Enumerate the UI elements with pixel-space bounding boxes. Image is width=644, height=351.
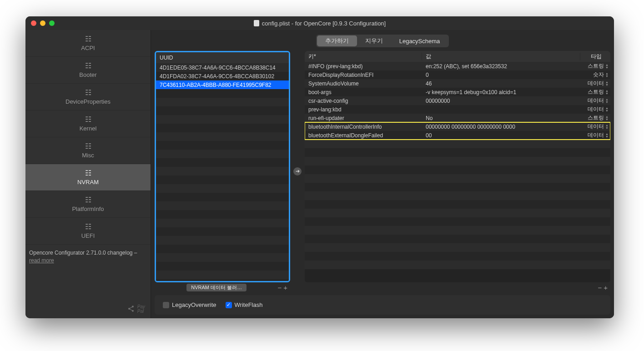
sidebar-item-booter[interactable]: ☷Booter [25,57,151,84]
uuid-table-header: UUID [156,52,289,63]
kv-type-cell[interactable]: 데이터▲▼ [580,80,610,87]
table-row[interactable]: boot-args-v keepsyms=1 debug=0x100 alcid… [305,88,610,96]
changelog-link[interactable]: read more [29,257,54,264]
sidebar-item-misc[interactable]: ☷Misc [25,137,151,164]
table-row[interactable] [305,226,610,235]
kv-key-header[interactable]: 키* [305,53,422,60]
table-row[interactable] [156,201,289,210]
kv-type-header[interactable]: 타입 [580,53,610,60]
table-row[interactable] [305,200,610,209]
kv-remove-button[interactable]: − [597,284,603,291]
table-row[interactable]: SystemAudioVolume46데이터▲▼ [305,79,610,88]
window-close-button[interactable] [31,20,36,26]
kv-key-cell: prev-lang:kbd [305,106,422,113]
sidebar-item-deviceproperties[interactable]: ☷DeviceProperties [25,84,151,110]
table-row[interactable] [156,262,289,271]
window-maximize-button[interactable] [49,20,55,26]
kv-type-cell[interactable]: 숫자▲▼ [580,71,610,79]
table-row[interactable]: bluetoothInternalControllerInfo00000000 … [305,122,610,131]
kv-type-cell[interactable]: 데이터▲▼ [580,123,610,130]
table-row[interactable] [156,236,289,245]
table-row[interactable] [156,158,289,167]
sidebar-item-kernel[interactable]: ☷Kernel [25,110,151,137]
table-row[interactable] [156,184,289,193]
table-row[interactable] [305,174,610,183]
sidebar-item-label: Booter [79,71,96,78]
table-row[interactable] [156,132,289,141]
table-row[interactable]: prev-lang:kbd데이터▲▼ [305,105,610,114]
table-row[interactable]: bluetoothExternalDongleFailed00데이터▲▼ [305,131,610,140]
table-row[interactable] [156,279,289,281]
table-row[interactable] [156,106,289,115]
kv-type-cell[interactable]: 데이터▲▼ [580,105,610,113]
sidebar-item-label: DeviceProperties [65,98,111,105]
table-row[interactable] [156,124,289,132]
kv-type-cell[interactable]: 데이터▲▼ [580,131,610,139]
kv-value-header[interactable]: 값 [422,53,580,60]
kv-type-cell[interactable]: 데이터▲▼ [580,97,610,105]
table-row[interactable] [305,140,610,148]
table-row[interactable] [305,148,610,157]
arrow-right-icon[interactable]: ➔ [293,167,302,176]
table-row[interactable] [305,183,610,191]
table-row[interactable] [156,141,289,150]
app-window: config.plist - for OpenCore [0.9.3 Confi… [25,16,614,318]
table-row[interactable] [305,165,610,174]
table-row[interactable]: 4D1FDA02-38C7-4A6A-9CC6-4BCCA8B30102 [156,72,289,80]
table-row[interactable] [156,227,289,236]
uuid-add-button[interactable]: + [282,284,288,291]
tab-LegacySchema[interactable]: LegacySchema [391,35,448,46]
sidebar-item-platforminfo[interactable]: ☷PlatformInfo [25,191,151,218]
table-row[interactable]: 7C436110-AB2A-4BBB-A880-FE41995C9F82 [156,80,289,89]
table-row[interactable]: csr-active-config00000000데이터▲▼ [305,96,610,105]
table-row[interactable]: run-efi-updaterNo스트링▲▼ [305,114,610,122]
table-row[interactable] [305,157,610,165]
write-flash-checkbox[interactable]: ✓ WriteFlash [226,301,263,308]
tab-지우기[interactable]: 지우기 [357,35,391,46]
table-row[interactable] [156,210,289,219]
table-row[interactable] [156,167,289,176]
table-row[interactable] [156,176,289,184]
stepper-icon: ▲▼ [605,106,609,113]
kv-type-cell[interactable]: 스트링▲▼ [580,114,610,122]
table-row[interactable] [305,209,610,217]
uuid-remove-button[interactable]: − [277,284,282,291]
table-row[interactable] [305,261,610,269]
table-row[interactable] [156,271,289,279]
table-row[interactable] [156,245,289,253]
kv-type-cell[interactable]: 스트링▲▼ [580,88,610,96]
table-row[interactable]: #INFO (prev-lang:kbd)en:252 (ABC), set 6… [305,62,610,70]
kv-add-button[interactable]: + [603,284,609,291]
table-row[interactable] [156,253,289,262]
share-icon[interactable] [127,305,135,314]
table-row[interactable] [156,150,289,158]
table-row[interactable] [156,89,289,98]
main-panel: 추가하기지우기LegacySchema UUID 4D1EDE05-38C7-4… [151,30,614,318]
table-row[interactable] [305,217,610,226]
sidebar-item-acpi[interactable]: ☷ACPI [25,30,151,57]
table-row[interactable]: ForceDisplayRotationInEFI0숫자▲▼ [305,70,610,79]
table-row[interactable] [156,115,289,124]
legacy-overwrite-checkbox[interactable]: LegacyOverwrite [163,301,216,308]
sidebar-item-uefi[interactable]: ☷UEFI [25,218,151,245]
table-row[interactable] [156,193,289,201]
tab-추가하기[interactable]: 추가하기 [317,35,357,46]
stepper-icon: ▲▼ [605,80,609,87]
window-minimize-button[interactable] [40,20,45,26]
uuid-column-header[interactable]: UUID [156,55,289,61]
kv-value-cell: -v keepsyms=1 debug=0x100 alcid=1 [422,89,580,95]
table-row[interactable] [156,219,289,227]
table-row[interactable] [305,235,610,243]
kv-panel-footer: − + [305,283,610,291]
table-row[interactable] [305,243,610,252]
table-row[interactable] [156,98,289,106]
kv-type-cell[interactable]: 스트링▲▼ [580,62,610,70]
table-row[interactable] [305,191,610,200]
sidebar-item-nvram[interactable]: ☷NVRAM [25,164,151,191]
traffic-lights [31,20,55,26]
table-row[interactable]: 4D1EDE05-38C7-4A6A-9CC6-4BCCA8B38C14 [156,63,289,72]
table-row[interactable] [305,252,610,261]
nvram-load-button[interactable]: NVRAM 데이터 불러… [186,284,247,291]
stepper-icon: ▲▼ [605,115,609,121]
stepper-icon: ▲▼ [605,72,609,78]
